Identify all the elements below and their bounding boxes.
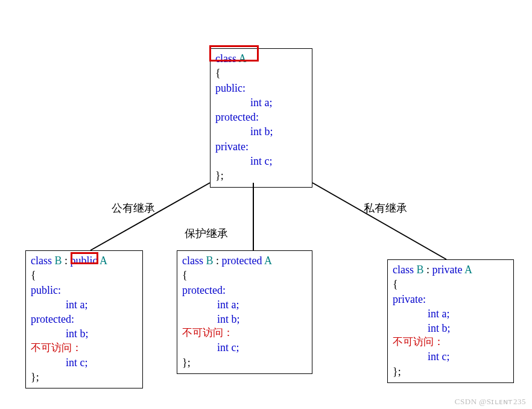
member-int-c: int c; xyxy=(31,355,138,370)
open-brace: { xyxy=(182,268,307,282)
member-int-a: int a; xyxy=(215,95,307,110)
open-brace: { xyxy=(31,268,138,282)
inaccessible-label: 不可访问： xyxy=(182,326,307,340)
section-label-protected: protected: xyxy=(31,312,138,326)
member-int-c: int c; xyxy=(393,349,508,364)
member-int-b: int b; xyxy=(182,312,307,326)
open-brace: { xyxy=(393,277,508,291)
open-brace: { xyxy=(215,66,307,80)
member-int-b: int b; xyxy=(31,326,138,341)
member-int-c: int c; xyxy=(215,154,307,168)
member-int-a: int a; xyxy=(31,297,138,312)
section-label-private: private: xyxy=(215,139,307,154)
section-label-protected: protected: xyxy=(215,110,307,124)
close-brace: }; xyxy=(182,355,307,370)
member-int-c: int c; xyxy=(182,340,307,355)
edge-label-public: 公有继承 xyxy=(112,201,155,215)
close-brace: }; xyxy=(393,364,508,379)
class-b-private-header: class B : private A xyxy=(393,262,508,277)
edge-label-private: 私有继承 xyxy=(364,201,407,215)
close-brace: }; xyxy=(215,168,307,183)
member-int-b: int b; xyxy=(393,321,508,335)
class-b-private-box: class B : private A { private: int a; in… xyxy=(387,259,514,383)
class-a-box: class A { public: int a; protected: int … xyxy=(210,48,312,188)
section-label-public: public: xyxy=(215,81,307,95)
class-b-public-box: class B : public A { public: int a; prot… xyxy=(25,250,143,388)
edge-label-protected: 保护继承 xyxy=(185,226,228,241)
svg-line-2 xyxy=(312,183,446,259)
section-label-private: private: xyxy=(393,292,508,306)
inaccessible-label: 不可访问： xyxy=(393,335,508,349)
close-brace: }; xyxy=(31,370,138,384)
member-int-b: int b; xyxy=(215,124,307,139)
class-b-protected-box: class B : protected A { protected: int a… xyxy=(177,250,312,374)
inaccessible-label: 不可访问： xyxy=(31,341,138,355)
highlight-public-keyword xyxy=(71,252,98,264)
section-label-public: public: xyxy=(31,283,138,297)
highlight-class-a xyxy=(209,45,259,62)
section-label-protected: protected: xyxy=(182,283,307,297)
member-int-a: int a; xyxy=(182,297,307,312)
class-b-protected-header: class B : protected A xyxy=(182,253,307,268)
watermark: CSDN @Sɪʟᴇɴᴛ235 xyxy=(455,397,526,407)
member-int-a: int a; xyxy=(393,306,508,321)
